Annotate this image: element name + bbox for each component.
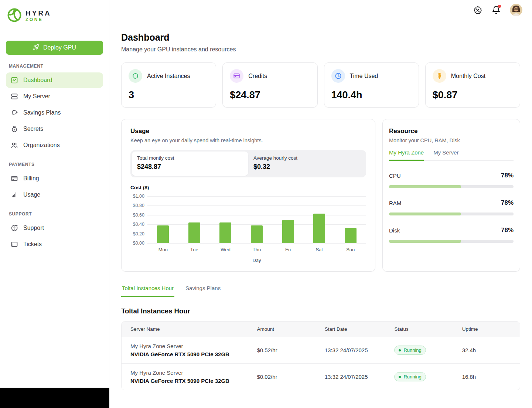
sidebar-item-tickets[interactable]: Tickets — [6, 237, 103, 252]
uptime-cell: 32.4h — [462, 347, 520, 353]
bar-thu — [251, 225, 263, 243]
discount-icon[interactable] — [473, 5, 482, 15]
stat-card-time-used: Time Used 140.4h — [324, 62, 419, 108]
y-tick: $0.60 — [133, 212, 144, 218]
total-monthly-cost-cell[interactable]: Total montly cost $248.87 — [132, 152, 248, 176]
sidebar-item-label: Savings Plans — [23, 109, 61, 116]
usage-panel: Usage Keep an eye on your daily spend wi… — [121, 119, 375, 272]
sidebar-item-label: Secrets — [23, 126, 43, 132]
sidebar-item-dashboard[interactable]: Dashboard — [6, 72, 103, 88]
ticket-icon — [10, 240, 18, 248]
instances-ring-icon — [129, 69, 142, 83]
rocket-icon — [33, 44, 40, 52]
table-header: Server Name Amount Start Date Status Upt… — [122, 322, 520, 337]
chart-x-axis-title: Day — [147, 258, 366, 263]
y-tick: $0.00 — [133, 241, 144, 246]
summary-label: Average hourly cost — [253, 155, 359, 161]
bar-chart-icon — [10, 191, 18, 199]
sidebar-item-support[interactable]: Support — [6, 220, 103, 236]
summary-value: $0.32 — [253, 163, 359, 171]
sidebar-item-usage[interactable]: Usage — [6, 187, 103, 203]
help-chat-icon — [10, 224, 18, 232]
x-label: Tue — [179, 247, 210, 252]
sidebar-item-label: Support — [23, 225, 44, 231]
brand-logo: HYRA ZONE — [6, 6, 103, 26]
meter-value: 78% — [501, 227, 514, 234]
sidebar-bottom-black-block — [0, 388, 109, 408]
tab-savings-plans[interactable]: Savings Plans — [185, 285, 221, 297]
uptime-cell: 16.8h — [462, 374, 520, 380]
bar-tue — [188, 222, 200, 243]
bar-sun — [345, 228, 357, 243]
col-amount: Amount — [257, 326, 325, 332]
chart-y-axis-title: Cost ($) — [130, 185, 366, 190]
stat-label: Monthly Cost — [451, 73, 485, 79]
stat-value: $24.87 — [230, 89, 310, 101]
status-label: Running — [403, 374, 421, 380]
clock-icon — [331, 69, 345, 83]
tab-toltal-instances-hour[interactable]: Toltal Instances Hour — [121, 285, 174, 297]
sidebar-item-billing[interactable]: Billing — [6, 171, 103, 186]
sidebar-item-savings-plans[interactable]: Savings Plans — [6, 105, 103, 120]
sidebar-item-secrets[interactable]: Secrets — [6, 121, 103, 137]
stat-card-credits: Credits $24.87 — [222, 62, 317, 108]
server-name: My Hyra Zone Server — [130, 370, 257, 376]
stat-label: Active Instances — [147, 73, 190, 79]
avatar[interactable] — [510, 4, 522, 16]
summary-label: Total montly cost — [137, 155, 243, 161]
chart-x-axis: Mon Tue Wed Thu Fri Sat Sun — [147, 247, 366, 252]
resource-panel: Resource Monitor your CPU, RAM, Disk My … — [382, 119, 520, 272]
x-label: Sun — [335, 247, 366, 252]
people-icon — [10, 141, 18, 149]
ram-meter: RAM 78% — [389, 199, 514, 215]
meter-value: 78% — [501, 199, 514, 207]
stats-row: Active Instances 3 Credits $24.87 — [121, 62, 520, 108]
status-badge: Running — [394, 346, 426, 355]
tab-my-server[interactable]: My Server — [433, 149, 458, 160]
bar-fri — [282, 220, 294, 244]
average-hourly-cost-cell[interactable]: Average hourly cost $0.32 — [248, 152, 365, 176]
cpu-meter: CPU 78% — [389, 172, 514, 188]
meter-label: Disk — [389, 227, 400, 234]
deploy-gpu-label: Deploy GPU — [43, 44, 76, 51]
sidebar-item-my-server[interactable]: My Server — [6, 89, 103, 104]
gpu-name: NVIDIA GeForce RTX 5090 PCIe 32GB — [130, 351, 257, 357]
bar-mon — [157, 225, 169, 243]
usage-title: Usage — [130, 127, 366, 135]
cpu-progress-bar — [389, 185, 514, 188]
stat-card-monthly-cost: Monthly Cost $0.87 — [425, 62, 520, 108]
server-name: My Hyra Zone Server — [130, 343, 257, 349]
amount-cell: $0.52/hr — [257, 347, 325, 353]
tab-my-hyra-zone[interactable]: My Hyra Zone — [389, 149, 424, 161]
sidebar-item-organizations[interactable]: Organizations — [6, 137, 103, 153]
table-row[interactable]: My Hyra Zone Server NVIDIA GeForce RTX 5… — [122, 337, 520, 363]
disk-meter: Disk 78% — [389, 227, 514, 243]
stat-label: Time Used — [350, 73, 378, 79]
meter-label: CPU — [389, 173, 401, 179]
dashboard-content: Dashboard Manage your GPU instances and … — [109, 20, 532, 402]
sidebar-item-label: My Server — [23, 93, 50, 100]
col-start-date: Start Date — [325, 326, 395, 332]
table-row[interactable]: My Hyra Zone Server NVIDIA GeForce RTX 5… — [122, 363, 520, 390]
col-server-name: Server Name — [122, 326, 257, 332]
section-tabs: Toltal Instances Hour Savings Plans — [121, 285, 520, 297]
x-label: Wed — [210, 247, 241, 252]
y-tick: $1.00 — [133, 194, 144, 199]
summary-value: $248.87 — [137, 163, 243, 171]
sidebar-item-label: Usage — [23, 191, 40, 198]
sidebar-item-label: Billing — [23, 175, 39, 182]
dashboard-chart-icon — [10, 76, 18, 84]
instances-heading: Toltal Instances Hour — [121, 307, 520, 315]
page-subtitle: Manage your GPU instances and resources — [121, 46, 520, 53]
col-status: Status — [394, 326, 462, 332]
lock-icon — [10, 125, 18, 133]
deploy-gpu-button[interactable]: Deploy GPU — [6, 41, 103, 55]
start-date-cell: 13:32 24/07/2025 — [325, 347, 395, 353]
topbar — [109, 0, 532, 20]
hyra-zone-logo-icon — [7, 7, 22, 24]
bar-wed — [219, 222, 231, 243]
start-date-cell: 13:32 24/07/2025 — [325, 374, 395, 380]
sidebar-item-label: Tickets — [23, 241, 42, 248]
stat-card-active-instances: Active Instances 3 — [121, 62, 216, 108]
bell-icon[interactable] — [491, 5, 501, 15]
